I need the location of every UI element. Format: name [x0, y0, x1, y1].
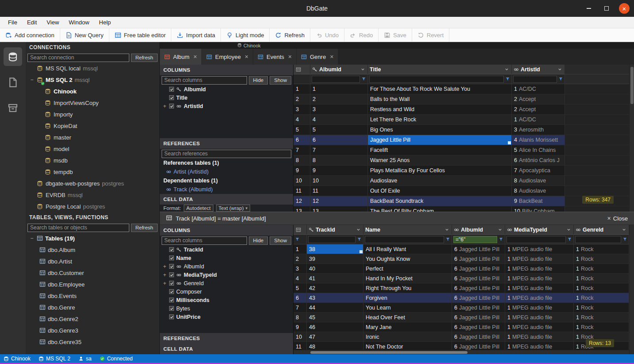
data-cell[interactable]: Balls to the Wall: [368, 94, 512, 105]
data-cell[interactable]: Perfect: [363, 264, 452, 274]
columns-search-input[interactable]: [162, 76, 247, 85]
data-cell[interactable]: 1MPEG audio file: [505, 264, 574, 274]
data-cell[interactable]: 10Billy Cobham: [512, 206, 565, 212]
column-checkbox[interactable]: [169, 95, 174, 100]
tab-employee[interactable]: Employee×: [202, 49, 253, 65]
connection-item[interactable]: KopieDat: [26, 120, 159, 132]
row-number-cell[interactable]: 2: [294, 254, 307, 264]
data-cell[interactable]: 1Rock: [574, 303, 629, 313]
data-cell[interactable]: Ironic: [363, 332, 452, 342]
revert-button[interactable]: Revert: [412, 28, 449, 42]
menu-help[interactable]: Help: [95, 18, 116, 27]
data-cell[interactable]: 6Jagged Little Pill: [452, 332, 505, 342]
connection-item[interactable]: MS SQL localmssql: [26, 62, 159, 74]
data-cell[interactable]: 1MPEG audio file: [505, 303, 574, 313]
column-menu-button[interactable]: [445, 227, 450, 232]
format-mode-select[interactable]: Text (wrap)▾: [216, 205, 250, 212]
save-button[interactable]: Save: [379, 28, 412, 42]
data-cell[interactable]: 5: [310, 125, 368, 135]
statusbar-item-connected[interactable]: Connected: [100, 356, 133, 362]
table-row[interactable]: 744You Learn6Jagged Little Pill1MPEG aud…: [294, 303, 634, 313]
expander-icon[interactable]: +: [162, 272, 167, 278]
column-menu-button[interactable]: [557, 67, 563, 72]
data-cell[interactable]: 1MPEG audio file: [505, 244, 574, 254]
row-number-cell[interactable]: 9: [294, 166, 310, 176]
table-row[interactable]: 55Big Ones3Aerosmith: [294, 125, 634, 135]
column-checkbox[interactable]: [169, 264, 174, 269]
data-cell[interactable]: You Learn: [363, 303, 452, 313]
data-cell[interactable]: Forgiven: [363, 293, 452, 303]
data-cell[interactable]: Head Over Feet: [363, 313, 452, 322]
row-number-cell[interactable]: 4: [294, 115, 310, 125]
column-toggle-item[interactable]: Bytes: [160, 304, 293, 313]
connection-item[interactable]: tempdb: [26, 166, 159, 178]
data-cell[interactable]: 6Jagged Little Pill: [452, 283, 505, 293]
menu-file[interactable]: File: [4, 18, 22, 27]
scrollbar-thumb[interactable]: [310, 351, 468, 354]
references-search-input[interactable]: [162, 150, 291, 158]
table-row[interactable]: 441Hand In My Pocket6Jagged Little Pill1…: [294, 274, 634, 283]
data-cell[interactable]: Hand In My Pocket: [363, 274, 452, 283]
column-header-albumid[interactable]: AlbumId: [310, 65, 368, 74]
data-cell[interactable]: Right Through You: [363, 283, 452, 293]
vertical-scrollbar[interactable]: [629, 65, 634, 212]
maximize-button[interactable]: [601, 3, 612, 14]
row-number-cell[interactable]: 10: [294, 332, 307, 342]
column-checkbox[interactable]: [169, 289, 174, 294]
data-cell[interactable]: 44: [307, 303, 363, 313]
data-cell[interactable]: 2Accept: [512, 94, 565, 105]
menu-window[interactable]: Window: [64, 18, 93, 27]
table-row[interactable]: 88Warner 25 Anos6Antônio Carlos J: [294, 155, 634, 166]
connections-refresh-button[interactable]: Refresh: [131, 54, 158, 62]
data-cell[interactable]: 1Rock: [574, 283, 629, 293]
connection-item[interactable]: Postgre Localpostgres: [26, 201, 159, 212]
filter-cell[interactable]: [307, 235, 363, 244]
table-row[interactable]: 22Balls to the Wall2Accept: [294, 94, 634, 105]
table-row[interactable]: 946Mary Jane6Jagged Little Pill1MPEG aud…: [294, 322, 634, 332]
menu-edit[interactable]: Edit: [23, 18, 41, 27]
row-number-cell[interactable]: 7: [294, 303, 307, 313]
rownum-filter-cell[interactable]: [294, 74, 310, 84]
data-cell[interactable]: 1AC/DC: [512, 84, 565, 94]
column-header-genreid[interactable]: GenreId: [574, 225, 629, 235]
filter-input[interactable]: [575, 236, 621, 243]
filter-cell[interactable]: [574, 235, 629, 244]
connection-item[interactable]: EVRDBmssql: [26, 189, 159, 201]
new-query-button[interactable]: New Query: [60, 28, 109, 42]
filter-cell[interactable]: ="6": [452, 235, 505, 244]
row-number-cell[interactable]: 6: [294, 135, 310, 145]
data-cell[interactable]: 1Rock: [574, 274, 629, 283]
table-item[interactable]: dbo.Genre35: [26, 336, 159, 348]
column-toggle-item[interactable]: +ArtistId: [160, 102, 293, 110]
columns-search-input[interactable]: [162, 236, 247, 245]
expander-icon[interactable]: +: [162, 103, 167, 109]
row-number-cell[interactable]: 11: [294, 186, 310, 196]
data-cell[interactable]: 6Jagged Little Pill: [452, 303, 505, 313]
table-item[interactable]: dbo.Artist: [26, 256, 159, 267]
column-toggle-item[interactable]: +MediaTypeId: [160, 271, 293, 279]
show-columns-button[interactable]: Show: [270, 236, 291, 245]
column-toggle-item[interactable]: UnitPrice: [160, 313, 293, 321]
statusbar-item-sa[interactable]: sa: [78, 356, 92, 362]
data-cell[interactable]: 5Alice In Chains: [512, 145, 565, 155]
tables-group-row[interactable]: −Tables (19): [26, 232, 159, 244]
table-row[interactable]: 1313The Best Of Billy Cobham10Billy Cobh…: [294, 206, 634, 212]
data-cell[interactable]: 38: [307, 244, 363, 254]
column-menu-button[interactable]: [498, 227, 503, 232]
data-cell[interactable]: 1MPEG audio file: [505, 254, 574, 264]
column-toggle-item[interactable]: Name: [160, 254, 293, 262]
data-cell[interactable]: 46: [307, 322, 363, 332]
data-cell[interactable]: Mary Jane: [363, 322, 452, 332]
data-cell[interactable]: 1MPEG audio file: [505, 322, 574, 332]
row-number-cell[interactable]: 13: [294, 206, 310, 212]
data-cell[interactable]: 3Aerosmith: [512, 125, 565, 135]
data-cell[interactable]: 8Audioslave: [512, 176, 565, 186]
connection-item[interactable]: msdb: [26, 155, 159, 166]
data-cell[interactable]: Out Of Exile: [368, 186, 512, 196]
row-number-cell[interactable]: 12: [294, 196, 310, 206]
data-cell[interactable]: 10: [310, 176, 368, 186]
filter-input[interactable]: [312, 76, 360, 83]
data-cell[interactable]: 1Rock: [574, 254, 629, 264]
data-cell[interactable]: Jagged Little Pill: [368, 135, 512, 145]
table-row[interactable]: 33Restless and Wild2Accept: [294, 105, 634, 115]
